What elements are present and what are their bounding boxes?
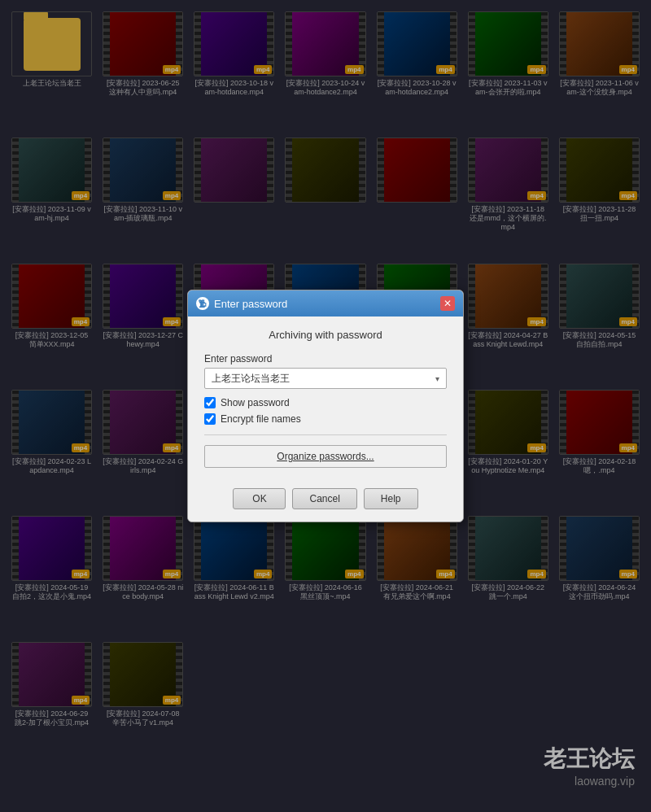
dialog-overlay: 🗜 Enter password ✕ Archiving with passwo…	[0, 0, 651, 812]
show-password-label: Show password	[221, 397, 290, 408]
password-form-label: Enter password	[204, 353, 447, 365]
dialog-title: Enter password	[214, 298, 287, 310]
password-form-group: Enter password ▾	[204, 353, 447, 389]
dialog-close-button[interactable]: ✕	[440, 296, 455, 311]
encrypt-filenames-label: Encrypt file names	[221, 413, 301, 425]
dialog-app-icon: 🗜	[196, 297, 209, 310]
show-password-checkbox[interactable]	[204, 397, 216, 408]
organize-passwords-button[interactable]: Organize passwords...	[204, 445, 447, 468]
help-button[interactable]: Help	[364, 488, 418, 509]
encrypt-filenames-checkbox[interactable]	[204, 413, 216, 425]
cancel-button[interactable]: Cancel	[292, 488, 356, 509]
dialog-footer: OK Cancel Help	[188, 480, 463, 522]
password-input-wrapper: ▾	[204, 368, 447, 389]
password-input[interactable]	[205, 369, 429, 388]
dialog-title-left: 🗜 Enter password	[196, 297, 287, 310]
password-dialog: 🗜 Enter password ✕ Archiving with passwo…	[187, 290, 464, 522]
dialog-subtitle: Archiving with password	[204, 329, 447, 341]
show-password-checkbox-item[interactable]: Show password	[204, 397, 447, 408]
dialog-body: Archiving with password Enter password ▾…	[188, 317, 463, 480]
dropdown-arrow-icon[interactable]: ▾	[429, 370, 446, 387]
ok-button[interactable]: OK	[233, 488, 286, 509]
checkbox-group: Show password Encrypt file names	[204, 397, 447, 425]
dialog-divider	[204, 434, 447, 435]
dialog-titlebar: 🗜 Enter password ✕	[188, 290, 463, 317]
encrypt-filenames-checkbox-item[interactable]: Encrypt file names	[204, 413, 447, 425]
